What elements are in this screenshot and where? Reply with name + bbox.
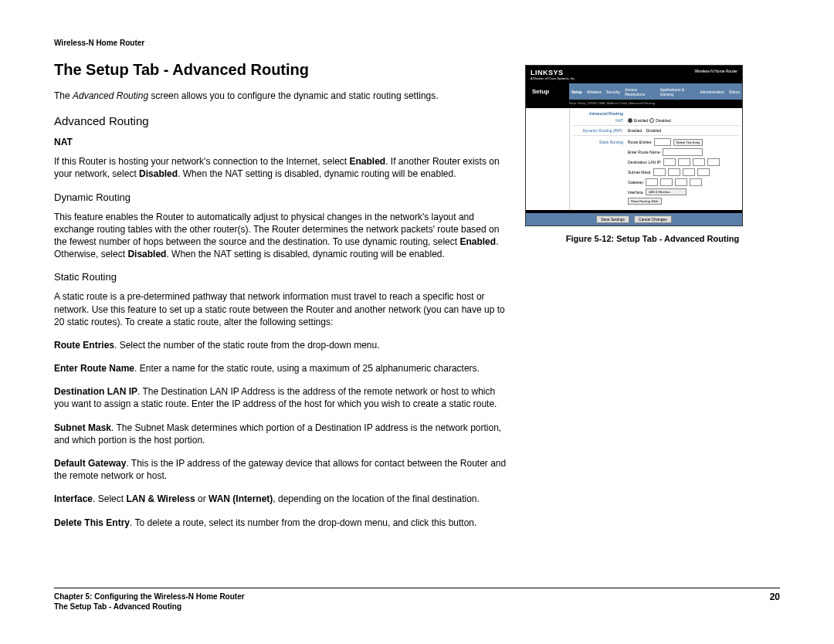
sub-tabs: Basic Setup | DDNS | MAC Address Clone |…	[526, 100, 742, 108]
intro-post: screen allows you to configure the dynam…	[148, 90, 439, 101]
product-name: Wireless-N Home Router	[694, 69, 737, 73]
subheading-nat: NAT	[54, 137, 510, 147]
interface-select[interactable]: LAN & Wireless	[646, 188, 687, 195]
main-tabs: Setup Wireless Security Access Restricti…	[569, 83, 742, 100]
footer-chapter: Chapter 5: Configuring the Wireless-N Ho…	[54, 591, 245, 602]
logo-subtitle: A Division of Cisco Systems, Inc.	[531, 76, 575, 80]
tab-apps[interactable]: Applications & Gaming	[657, 86, 697, 98]
page-footer: Chapter 5: Configuring the Wireless-N Ho…	[54, 588, 780, 612]
logo-text: LINKSYS	[531, 69, 564, 76]
show-routing-table-button[interactable]: Show Routing Table	[628, 198, 662, 205]
label-nat: NAT	[573, 118, 626, 123]
tab-status[interactable]: Status	[727, 88, 742, 96]
dynamic-routing-paragraph: This feature enables the Router to autom…	[54, 211, 510, 261]
subnet-2[interactable]	[668, 168, 680, 176]
cancel-changes-button[interactable]: Cancel Changes	[634, 215, 672, 223]
footer-section: The Setup Tab - Advanced Routing	[54, 602, 245, 612]
router-screenshot: LINKSYS A Division of Cisco Systems, Inc…	[525, 65, 743, 226]
subheading-dynamic-routing: Dynamic Routing	[54, 192, 510, 203]
default-gateway-desc: Default Gateway. This is the IP address …	[54, 457, 510, 482]
intro-em: Advanced Routing	[73, 90, 148, 101]
delete-entry-desc: Delete This Entry. To delete a route, se…	[54, 517, 510, 529]
section-advanced-routing: Advanced Routing	[54, 114, 510, 127]
nat-disabled-radio[interactable]	[649, 118, 654, 123]
static-intro: A static route is a pre-determined pathw…	[54, 290, 510, 328]
nat-paragraph: If this Router is hosting your network's…	[54, 155, 510, 180]
subheading-static-routing: Static Routing	[54, 271, 510, 283]
intro-paragraph: The Advanced Routing screen allows you t…	[54, 90, 510, 102]
delete-entry-button[interactable]: Delete This Entry	[673, 139, 703, 146]
intro-pre: The	[54, 90, 73, 101]
label-static-routing: Static Routing	[573, 140, 626, 144]
dest-ip-1[interactable]	[663, 158, 676, 166]
doc-header: Wireless-N Home Router	[54, 39, 780, 47]
route-name-input[interactable]	[663, 148, 703, 156]
subnet-mask-desc: Subnet Mask. The Subnet Mask determines …	[54, 422, 510, 446]
page-title: The Setup Tab - Advanced Routing	[54, 61, 510, 79]
label-adv-routing: Advanced Routing	[573, 111, 626, 116]
route-entries-select[interactable]	[654, 138, 671, 146]
tab-access[interactable]: Access Restrictions	[622, 86, 657, 98]
nav-section-label: Setup	[526, 83, 569, 100]
label-dynamic-routing: Dynamic Routing (RIP):	[573, 128, 626, 133]
dest-ip-4[interactable]	[707, 158, 720, 166]
tab-security[interactable]: Security	[604, 88, 622, 96]
gw-1[interactable]	[646, 178, 658, 186]
destination-lan-ip-desc: Destination LAN IP. The Destination LAN …	[54, 385, 510, 410]
nat-enabled-radio[interactable]	[628, 118, 632, 123]
tab-wireless[interactable]: Wireless	[585, 88, 604, 96]
subnet-3[interactable]	[683, 168, 695, 176]
tab-setup[interactable]: Setup	[569, 88, 585, 96]
main-column: The Setup Tab - Advanced Routing The Adv…	[54, 61, 510, 540]
gw-4[interactable]	[690, 178, 702, 186]
route-entries-desc: Route Entries. Select the number of the …	[54, 339, 510, 351]
save-settings-button[interactable]: Save Settings	[596, 215, 629, 223]
enter-route-name-desc: Enter Route Name. Enter a name for the s…	[54, 362, 510, 375]
subnet-1[interactable]	[653, 168, 666, 176]
subnet-4[interactable]	[697, 168, 710, 176]
dest-ip-3[interactable]	[693, 158, 705, 166]
tab-admin[interactable]: Administration	[697, 88, 727, 96]
figure-column: LINKSYS A Division of Cisco Systems, Inc…	[525, 61, 780, 540]
dest-ip-2[interactable]	[678, 158, 690, 166]
figure-caption: Figure 5-12: Setup Tab - Advanced Routin…	[525, 234, 780, 243]
interface-desc: Interface. Select LAN & Wireless or WAN …	[54, 493, 510, 505]
gw-2[interactable]	[660, 178, 673, 186]
page-number: 20	[770, 591, 780, 612]
gw-3[interactable]	[675, 178, 687, 186]
